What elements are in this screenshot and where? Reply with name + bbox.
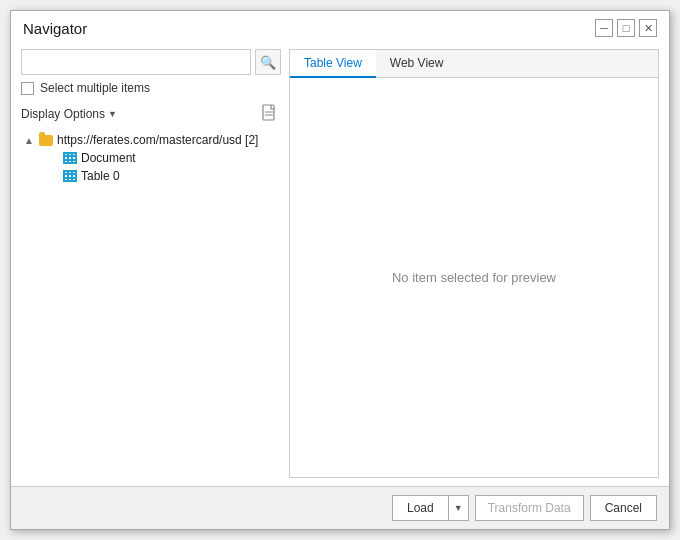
load-dropdown-button[interactable]: ▼ bbox=[449, 495, 469, 521]
tab-table-view[interactable]: Table View bbox=[290, 50, 376, 78]
maximize-button[interactable]: □ bbox=[617, 19, 635, 37]
load-dropdown-icon: ▼ bbox=[454, 503, 463, 513]
display-options-row: Display Options ▼ bbox=[21, 101, 281, 127]
search-icon: 🔍 bbox=[260, 55, 276, 70]
search-button[interactable]: 🔍 bbox=[255, 49, 281, 75]
window-controls: ─ □ ✕ bbox=[595, 19, 657, 37]
cancel-button[interactable]: Cancel bbox=[590, 495, 657, 521]
tree-label-root: https://ferates.com/mastercard/usd [2] bbox=[57, 133, 258, 147]
tree-node-table0[interactable]: Table 0 bbox=[21, 167, 281, 185]
select-multiple-checkbox[interactable] bbox=[21, 82, 34, 95]
tree-toggle-root: ▲ bbox=[23, 134, 35, 146]
tab-bar: Table View Web View bbox=[290, 50, 658, 78]
title-bar: Navigator ─ □ ✕ bbox=[11, 11, 669, 41]
tab-web-view[interactable]: Web View bbox=[376, 50, 458, 78]
table-icon-document bbox=[62, 151, 78, 165]
close-button[interactable]: ✕ bbox=[639, 19, 657, 37]
load-button-group: Load ▼ bbox=[392, 495, 469, 521]
window-title: Navigator bbox=[23, 20, 87, 37]
transform-data-button[interactable]: Transform Data bbox=[475, 495, 584, 521]
left-panel: 🔍 Select multiple items Display Options … bbox=[21, 49, 281, 478]
load-button[interactable]: Load bbox=[392, 495, 449, 521]
search-input[interactable] bbox=[21, 49, 251, 75]
new-item-icon bbox=[262, 104, 278, 125]
preview-text: No item selected for preview bbox=[392, 270, 556, 285]
tree-node-document[interactable]: Document bbox=[21, 149, 281, 167]
tree-node-root[interactable]: ▲ https://ferates.com/mastercard/usd [2] bbox=[21, 131, 281, 149]
tree-label-table0: Table 0 bbox=[81, 169, 120, 183]
tree-area: ▲ https://ferates.com/mastercard/usd [2] bbox=[21, 131, 281, 478]
select-multiple-label: Select multiple items bbox=[40, 81, 150, 95]
display-options-button[interactable]: Display Options ▼ bbox=[21, 107, 117, 121]
content-area: 🔍 Select multiple items Display Options … bbox=[11, 41, 669, 486]
right-panel: Table View Web View No item selected for… bbox=[289, 49, 659, 478]
display-options-label: Display Options bbox=[21, 107, 105, 121]
search-row: 🔍 bbox=[21, 49, 281, 75]
chevron-down-icon: ▼ bbox=[108, 109, 117, 119]
folder-icon bbox=[38, 133, 54, 147]
select-multiple-row: Select multiple items bbox=[21, 79, 281, 97]
preview-area: No item selected for preview bbox=[290, 78, 658, 477]
minimize-button[interactable]: ─ bbox=[595, 19, 613, 37]
tree-label-document: Document bbox=[81, 151, 136, 165]
new-item-button[interactable] bbox=[259, 103, 281, 125]
table-icon-table0 bbox=[62, 169, 78, 183]
bottom-bar: Load ▼ Transform Data Cancel bbox=[11, 486, 669, 529]
navigator-window: Navigator ─ □ ✕ 🔍 Select multiple items bbox=[10, 10, 670, 530]
